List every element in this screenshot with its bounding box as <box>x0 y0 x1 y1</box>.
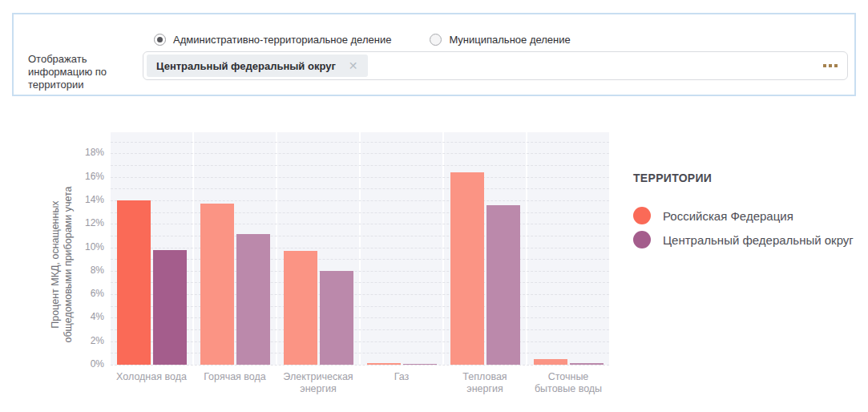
territory-chip[interactable]: Центральный федеральный округ ✕ <box>147 55 368 77</box>
x-category-label: Холодная вода <box>111 371 192 395</box>
territory-field-label: Отображать информацию по территории <box>28 53 150 91</box>
x-category-label: Газ <box>361 371 442 395</box>
plot-area <box>111 132 609 365</box>
legend-marker-icon <box>633 231 651 248</box>
y-tick-label: 2% <box>69 335 104 346</box>
bar-rf[interactable] <box>450 172 484 365</box>
category-band <box>111 132 192 365</box>
legend-item[interactable]: Российская Федерация <box>633 204 866 228</box>
legend-items: Российская ФедерацияЦентральный федераль… <box>633 204 866 252</box>
category-band <box>277 132 359 365</box>
chip-remove-icon[interactable]: ✕ <box>349 60 358 71</box>
bar-rf[interactable] <box>284 251 317 365</box>
y-tick-label: 18% <box>69 147 104 158</box>
radio-label: Муниципальное деление <box>449 34 570 46</box>
y-tick-label: 0% <box>69 358 104 370</box>
filter-panel: Административно-территориальное деление … <box>12 13 856 96</box>
radio-municipal-division[interactable]: Муниципальное деление <box>430 34 570 46</box>
category-band <box>527 132 609 365</box>
radio-administrative-division[interactable]: Административно-территориальное деление <box>154 34 391 46</box>
bar-cfo[interactable] <box>153 250 187 366</box>
x-category-label: Горячая вода <box>194 371 276 395</box>
analytics-page: Административно-территориальное деление … <box>0 0 868 412</box>
bar-cfo[interactable] <box>403 364 437 366</box>
category-band <box>444 132 526 365</box>
y-tick-label: 6% <box>69 288 104 299</box>
legend: ТЕРРИТОРИИ Российская ФедерацияЦентральн… <box>633 172 866 252</box>
legend-title: ТЕРРИТОРИИ <box>633 172 866 184</box>
radio-label: Административно-территориальное деление <box>173 34 391 46</box>
bar-cfo[interactable] <box>236 234 270 365</box>
x-category-label: Сточные бытовые воды <box>527 371 609 395</box>
category-band <box>361 132 442 365</box>
x-category-label: Электрическая энергия <box>277 371 359 395</box>
bar-cfo[interactable] <box>570 363 604 365</box>
y-tick-label: 4% <box>69 311 104 322</box>
bar-rf[interactable] <box>117 200 151 365</box>
division-radio-group: Административно-территориальное деление … <box>154 34 571 46</box>
y-tick-label: 12% <box>69 217 104 228</box>
radio-unselected-icon[interactable] <box>430 34 442 46</box>
bar-rf[interactable] <box>534 359 567 365</box>
legend-item[interactable]: Центральный федеральный округ <box>633 228 866 252</box>
bar-rf[interactable] <box>367 363 401 365</box>
y-tick-label: 8% <box>69 265 104 276</box>
bar-cfo[interactable] <box>320 271 353 365</box>
territory-chip-label: Центральный федеральный округ <box>156 60 336 72</box>
bar-rf[interactable] <box>200 204 234 365</box>
legend-item-label: Российская Федерация <box>663 209 793 223</box>
more-options-icon[interactable] <box>823 64 838 67</box>
radio-selected-icon[interactable] <box>154 34 166 46</box>
y-tick-label: 16% <box>69 171 104 182</box>
y-tick-label: 10% <box>69 241 104 252</box>
bar-cfo[interactable] <box>486 205 520 365</box>
x-labels: Холодная водаГорячая водаЭлектрическая э… <box>111 371 609 395</box>
category-band <box>194 132 276 365</box>
y-tick-label: 14% <box>69 194 104 205</box>
gridline <box>111 365 609 366</box>
x-category-label: Тепловая энергия <box>444 371 526 395</box>
legend-marker-icon <box>633 207 651 224</box>
bands <box>111 132 609 365</box>
territory-select-field[interactable]: Центральный федеральный округ ✕ <box>143 51 848 80</box>
legend-item-label: Центральный федеральный округ <box>663 233 854 247</box>
